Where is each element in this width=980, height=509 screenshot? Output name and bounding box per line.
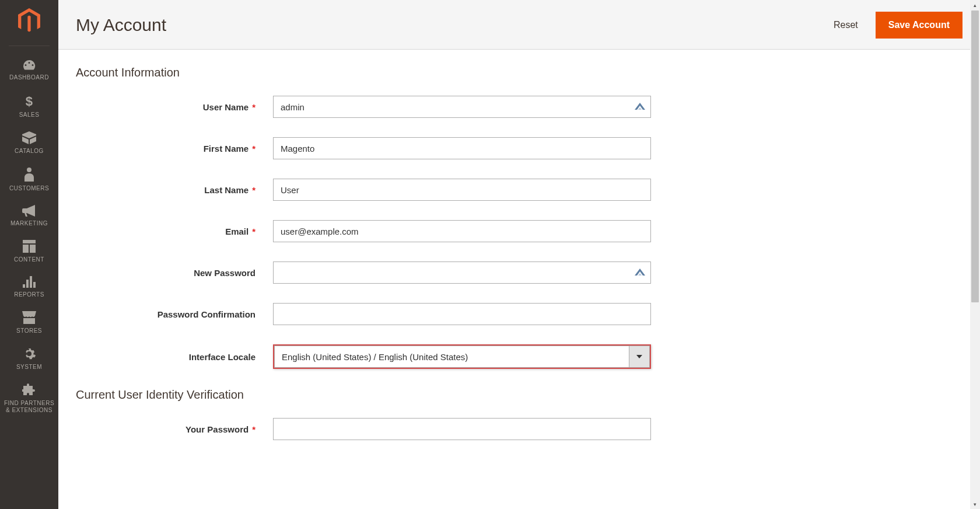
scrollbar-thumb[interactable]: [971, 11, 979, 302]
nav-customers[interactable]: CUSTOMERS: [0, 161, 58, 198]
nav-system[interactable]: SYSTEM: [0, 340, 58, 376]
nav-label: STORES: [2, 327, 56, 334]
form-row-lastname: Last Name*: [76, 179, 963, 201]
nav-label: REPORTS: [2, 291, 56, 298]
reset-button[interactable]: Reset: [830, 14, 862, 36]
account-info-heading: Account Information: [76, 66, 963, 79]
nav-label: SALES: [2, 111, 56, 118]
nav-dashboard[interactable]: DASHBOARD: [0, 52, 58, 87]
megaphone-icon: [2, 205, 56, 218]
admin-sidebar: DASHBOARD $ SALES CATALOG CUSTOMERS MARK…: [0, 0, 58, 509]
form-row-email: Email*: [76, 220, 963, 242]
nav-content[interactable]: CONTENT: [0, 233, 58, 269]
locale-select[interactable]: English (United States) / English (Unite…: [274, 346, 650, 368]
firstname-input[interactable]: [273, 137, 651, 159]
nav-label: FIND PARTNERS & EXTENSIONS: [2, 400, 56, 414]
nav-label: MARKETING: [2, 220, 56, 227]
username-label: User Name*: [76, 102, 273, 112]
puzzle-icon: [2, 384, 56, 398]
save-account-button[interactable]: Save Account: [876, 12, 963, 39]
form-row-username: User Name*: [76, 96, 963, 118]
gauge-icon: [2, 59, 56, 72]
locale-label: Interface Locale: [76, 352, 273, 362]
nav-label: DASHBOARD: [2, 74, 56, 81]
layout-icon: [2, 240, 56, 254]
password-confirm-input[interactable]: [273, 303, 651, 325]
form-row-firstname: First Name*: [76, 137, 963, 159]
autofill-indicator-icon[interactable]: [635, 102, 645, 111]
vertical-scrollbar[interactable]: ▴ ▾: [970, 0, 980, 509]
email-label: Email*: [76, 226, 273, 236]
header-actions: Reset Save Account: [830, 12, 963, 39]
form-row-new-password: New Password: [76, 262, 963, 284]
new-password-input[interactable]: [273, 262, 651, 284]
username-input[interactable]: [273, 96, 651, 118]
box-icon: [2, 131, 56, 145]
nav-marketing[interactable]: MARKETING: [0, 198, 58, 233]
gear-icon: [2, 347, 56, 361]
form-row-your-password: Your Password*: [76, 418, 963, 440]
bar-chart-icon: [2, 276, 56, 289]
form-row-locale: Interface Locale English (United States)…: [76, 344, 963, 369]
person-icon: [2, 168, 56, 183]
autofill-indicator-icon[interactable]: [635, 268, 645, 277]
nav-label: SYSTEM: [2, 364, 56, 371]
lastname-label: Last Name*: [76, 185, 273, 195]
page-header: My Account Reset Save Account: [58, 0, 980, 50]
nav-stores[interactable]: STORES: [0, 304, 58, 340]
new-password-label: New Password: [76, 268, 273, 278]
password-confirm-label: Password Confirmation: [76, 309, 273, 319]
lastname-input[interactable]: [273, 179, 651, 201]
nav-find-partners[interactable]: FIND PARTNERS & EXTENSIONS: [0, 376, 58, 420]
nav-label: CUSTOMERS: [2, 185, 56, 192]
form-row-password-confirm: Password Confirmation: [76, 303, 963, 325]
svg-text:$: $: [26, 94, 33, 108]
nav-catalog[interactable]: CATALOG: [0, 124, 58, 161]
email-input[interactable]: [273, 220, 651, 242]
your-password-input[interactable]: [273, 418, 651, 440]
dollar-icon: $: [2, 94, 56, 109]
magento-logo[interactable]: [16, 8, 42, 34]
scrollbar-up-icon[interactable]: ▴: [970, 0, 980, 10]
nav-sales[interactable]: $ SALES: [0, 87, 58, 124]
nav-reports[interactable]: REPORTS: [0, 269, 58, 304]
scrollbar-down-icon[interactable]: ▾: [970, 499, 980, 509]
your-password-label: Your Password*: [76, 424, 273, 434]
nav-label: CONTENT: [2, 256, 56, 263]
verification-heading: Current User Identity Verification: [76, 388, 963, 402]
main-content: My Account Reset Save Account Account In…: [58, 0, 980, 509]
firstname-label: First Name*: [76, 144, 273, 154]
nav-label: CATALOG: [2, 148, 56, 155]
storefront-icon: [2, 311, 56, 325]
page-title: My Account: [76, 15, 166, 35]
